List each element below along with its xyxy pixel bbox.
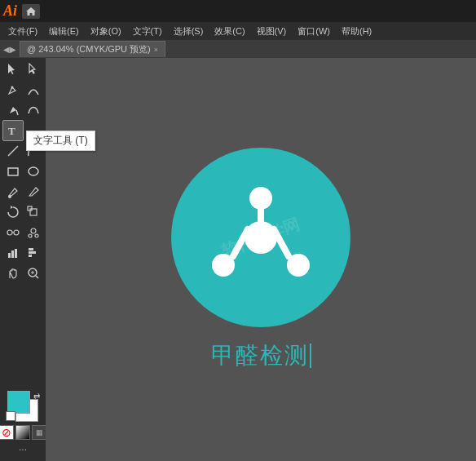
svg-point-17 [31,228,36,233]
tool-group-shape [0,162,46,181]
foreground-color-box[interactable] [7,391,30,414]
column-graph-tool[interactable] [3,243,23,263]
svg-rect-8 [8,168,18,175]
svg-text:T: T [8,125,15,137]
text-cursor [310,344,311,368]
tab-label: @ 243.04% (CMYK/GPU 预览) [27,43,151,55]
pattern-button[interactable]: ▦ [32,425,46,440]
direct-select-tool[interactable] [24,60,43,79]
svg-rect-24 [29,251,36,254]
tool-group-paint [0,182,46,202]
svg-rect-22 [15,249,17,258]
ellipse-tool[interactable] [24,162,43,181]
menu-object[interactable]: 对象(O) [86,24,126,39]
menu-file[interactable]: 文件(F) [3,24,42,39]
svg-point-30 [245,221,277,254]
color-mode-row: ⊘ ▦ [0,425,46,440]
svg-point-31 [249,187,272,210]
molecule-circle [171,148,350,327]
tool-group-select [0,60,46,79]
pencil-tool[interactable] [24,182,43,202]
swap-colors-icon[interactable]: ⇄ [33,392,40,401]
main-layout: T T 文字工具 (T) [0,58,476,461]
pen-draw-tool[interactable] [3,100,23,120]
svg-point-14 [7,230,12,235]
rectangle-tool[interactable] [3,162,23,181]
design-label-text: 甲醛检测 [211,340,309,371]
svg-marker-1 [8,64,15,74]
svg-line-4 [16,110,18,115]
tool-group-transform [0,202,46,222]
svg-rect-23 [29,248,33,250]
menu-edit[interactable]: 编辑(E) [44,24,84,39]
menu-window[interactable]: 窗口(W) [293,24,335,39]
anchor-point-tool[interactable] [24,80,43,100]
tool-group-special [0,223,46,242]
tool-tooltip: 文字工具 (T) [26,131,95,151]
canvas-area[interactable]: 软件自学网 [46,58,476,461]
tool-group-view [0,264,46,283]
tool-group-chart [0,243,46,263]
reset-colors-icon[interactable] [6,411,15,421]
svg-point-15 [14,230,19,235]
blend-tool[interactable] [3,223,23,242]
none-color-button[interactable]: ⊘ [0,425,14,440]
toolbar: T T 文字工具 (T) [0,58,46,461]
svg-point-19 [35,234,38,237]
curvature-tool[interactable] [24,100,43,120]
bar-graph-tool[interactable] [24,243,43,263]
svg-point-3 [11,86,13,89]
document-tab[interactable]: @ 243.04% (CMYK/GPU 预览) × [20,41,165,57]
svg-line-27 [36,276,38,278]
svg-point-9 [29,167,38,175]
menu-text[interactable]: 文字(T) [128,24,167,39]
line-tool[interactable] [3,141,23,161]
rotate-tool[interactable] [3,202,23,222]
tab-close-button[interactable]: × [154,46,158,54]
symbol-tool[interactable] [24,223,43,242]
app-logo: Ai [3,2,17,20]
svg-marker-0 [26,7,36,16]
menu-select[interactable]: 选择(S) [169,24,209,39]
menu-bar: 文件(F) 编辑(E) 对象(O) 文字(T) 选择(S) 效果(C) 视图(V… [0,22,476,40]
scale-tool[interactable] [24,202,43,222]
pen-tool[interactable] [3,80,23,100]
color-boxes: ⇄ [6,391,40,422]
text-tool[interactable]: T [3,121,23,140]
tool-group-pen [0,80,46,100]
molecule-icon [204,180,318,295]
more-tools-button[interactable]: ... [19,441,27,453]
svg-point-18 [29,234,32,237]
svg-rect-25 [29,255,32,257]
design-content: 甲醛检测 [171,148,350,371]
paintbrush-tool[interactable] [3,182,23,202]
tool-group-pen2 [0,100,46,120]
selection-tool[interactable] [3,60,23,79]
svg-marker-2 [29,64,35,73]
tab-bar: ◀▶ @ 243.04% (CMYK/GPU 预览) × [0,40,476,58]
hand-tool[interactable] [3,264,23,283]
svg-rect-20 [8,253,11,258]
svg-point-10 [8,195,11,198]
svg-rect-12 [30,209,37,215]
design-label: 甲醛检测 [211,340,311,371]
zoom-tool[interactable] [24,264,43,283]
home-button[interactable] [22,4,40,19]
tab-scroll-arrows[interactable]: ◀▶ [3,45,16,54]
menu-view[interactable]: 视图(V) [252,24,292,39]
color-section: ⇄ ⊘ ▦ ... [0,391,46,461]
svg-marker-11 [11,206,13,209]
menu-help[interactable]: 帮助(H) [337,24,377,39]
gradient-button[interactable] [15,425,30,440]
svg-rect-21 [11,250,14,258]
menu-effect[interactable]: 效果(C) [209,24,249,39]
title-bar: Ai [0,0,476,22]
svg-line-7 [8,146,18,156]
